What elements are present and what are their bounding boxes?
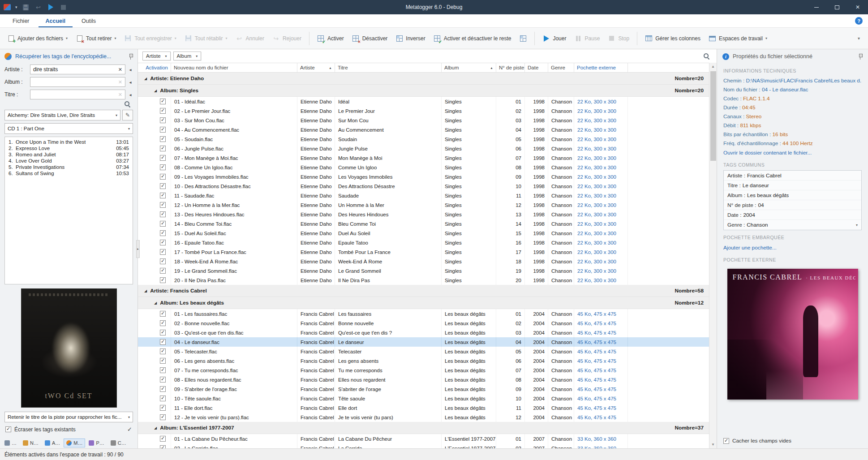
splitter-handle[interactable]: ▸	[136, 240, 140, 258]
row-checkbox[interactable]	[160, 193, 166, 198]
tag-row[interactable]: Date :2004	[724, 210, 861, 220]
cover-link-cell[interactable]: 45 Ko, 475 x 475	[574, 347, 628, 356]
activate-button[interactable]: Activer	[314, 31, 348, 45]
expander-icon[interactable]: ◢	[154, 301, 157, 305]
table-row[interactable]: 03 - Qu'est-ce que t'en dis.flacFrancis …	[138, 328, 709, 337]
table-row[interactable]: 10 - Tête saoule.flacFrancis CabrelTête …	[138, 394, 709, 403]
copy-left-icon[interactable]: ◂	[128, 80, 133, 85]
table-row[interactable]: 04 - Au Commencement.flacEtienne DahoAu …	[138, 125, 709, 134]
artist-group-row[interactable]: ◢Artiste: Francis CabrelNombre=58	[138, 285, 709, 297]
row-checkbox[interactable]	[160, 405, 166, 411]
cover-link-cell[interactable]: 45 Ko, 475 x 475	[574, 309, 628, 318]
table-row[interactable]: 01 - Idéal.flacEtienne DahoIdéalSingles0…	[138, 97, 709, 106]
panel-tab[interactable]: A…	[42, 439, 63, 447]
cover-link-cell[interactable]: 22 Ko, 300 x 300	[574, 106, 628, 116]
group-filter-chip[interactable]: Album▾	[173, 52, 202, 60]
tag-row[interactable]: Artiste :Francis Cabrel	[724, 171, 861, 181]
cover-link-cell[interactable]: 22 Ko, 300 x 300	[574, 144, 628, 153]
row-checkbox[interactable]	[160, 358, 166, 364]
row-checkbox[interactable]	[160, 99, 166, 104]
column-header[interactable]: Titre	[335, 63, 442, 72]
table-row[interactable]: 05 - Soudain.flacEtienne DahoSoudainSing…	[138, 134, 709, 144]
tab-accueil[interactable]: Accueil	[39, 14, 73, 27]
qat-play-icon[interactable]	[47, 3, 55, 11]
hide-empty-checkbox[interactable]	[723, 438, 729, 444]
row-checkbox[interactable]	[160, 339, 166, 345]
table-row[interactable]: 13 - Des Heures Hindoues.flacEtienne Dah…	[138, 210, 709, 219]
column-header[interactable]: Nouveau nom du fichier	[171, 63, 297, 72]
cover-link-cell[interactable]: 33 Ko, 360 x 360	[574, 434, 628, 443]
row-checkbox[interactable]	[160, 414, 166, 420]
table-row[interactable]: 02 - La Corrida.flacFrancis CabrelLa Cor…	[138, 443, 709, 448]
maximize-button[interactable]	[827, 0, 847, 14]
table-row[interactable]: 09 - Les Voyages Immobiles.flacEtienne D…	[138, 172, 709, 181]
album-group-row[interactable]: ◢Album: Les beaux dégâtsNombre=12	[138, 297, 709, 309]
expander-icon[interactable]: ◢	[144, 77, 147, 81]
search-icon[interactable]	[704, 53, 709, 59]
remove-all-button[interactable]: Tout retirer ▾	[72, 31, 120, 45]
table-row[interactable]: 01 - La Cabane Du Pêcheur.flacFrancis Ca…	[138, 434, 709, 443]
row-checkbox[interactable]	[160, 320, 166, 326]
match-option-dropdown[interactable]: Retenir le titre de la piste pour rappro…	[4, 412, 133, 422]
scroll-up-icon[interactable]: ▲	[709, 63, 717, 70]
panel-tab[interactable]: C…	[108, 439, 129, 447]
overwrite-tags-checkbox[interactable]	[5, 426, 11, 432]
row-checkbox[interactable]	[160, 108, 166, 114]
chevron-down-icon[interactable]: ▾	[856, 223, 858, 227]
table-row[interactable]: 18 - Week-End À Rome.flacEtienne DahoWee…	[138, 257, 709, 266]
disc-dropdown[interactable]: CD 1 : Part One ▾	[4, 123, 133, 134]
help-button[interactable]: ?	[855, 17, 863, 25]
row-checkbox[interactable]	[160, 268, 166, 274]
row-checkbox[interactable]	[160, 230, 166, 236]
column-header[interactable]: Album▲	[442, 63, 496, 72]
cover-link-cell[interactable]: 45 Ko, 475 x 475	[574, 403, 628, 413]
artist-group-row[interactable]: ◢Artiste: Etienne DahoNombre=20	[138, 73, 709, 85]
cover-link-cell[interactable]: 45 Ko, 475 x 475	[574, 318, 628, 328]
row-checkbox[interactable]	[160, 311, 166, 317]
cover-link-cell[interactable]: 22 Ko, 300 x 300	[574, 238, 628, 247]
manage-columns-button[interactable]: Gérer les colonnes	[641, 31, 704, 45]
table-row[interactable]: 20 - Il Ne Dira Pas.flacEtienne DahoIl N…	[138, 275, 709, 285]
expander-icon[interactable]: ◢	[154, 426, 157, 430]
row-checkbox[interactable]	[160, 221, 166, 227]
table-row[interactable]: 08 - Elles nous regardent.flacFrancis Ca…	[138, 375, 709, 384]
scrollbar-thumb[interactable]	[710, 71, 716, 161]
cover-link-cell[interactable]: 45 Ko, 475 x 475	[574, 337, 628, 347]
cover-link-cell[interactable]: 22 Ko, 300 x 300	[574, 266, 628, 275]
cover-link-cell[interactable]: 22 Ko, 300 x 300	[574, 97, 628, 106]
table-row[interactable]: 08 - Comme Un Igloo.flacEtienne DahoComm…	[138, 163, 709, 172]
play-button[interactable]: Jouer	[539, 31, 570, 45]
table-row[interactable]: 12 - Je te vois venir (tu pars).flacFran…	[138, 413, 709, 422]
cover-link-cell[interactable]: 45 Ko, 475 x 475	[574, 375, 628, 384]
track-item[interactable]: 3.Romeo and Juliet08:17	[5, 151, 133, 158]
row-checkbox[interactable]	[160, 396, 166, 401]
external-cover-art[interactable]: FRANCIS CABREL · LES BEAUX DÉGÂTS	[727, 269, 858, 400]
row-checkbox[interactable]	[160, 127, 166, 133]
table-row[interactable]: 06 - Jungle Pulse.flacEtienne DahoJungle…	[138, 144, 709, 153]
cover-link-cell[interactable]: 22 Ko, 300 x 300	[574, 181, 628, 191]
release-dropdown[interactable]: Alchemy: Dire Straits Live, Dire Straits…	[4, 110, 120, 120]
cover-link-cell[interactable]: 22 Ko, 300 x 300	[574, 275, 628, 285]
table-row[interactable]: 09 - S'abriter de l'orage.flacFrancis Ca…	[138, 384, 709, 394]
row-checkbox[interactable]	[160, 277, 166, 283]
panel-tab[interactable]: N…	[20, 439, 41, 447]
activate-rest-button[interactable]: Activer et désactiver le reste	[430, 31, 515, 45]
workspaces-button[interactable]: Espaces de travail ▾	[705, 31, 771, 45]
cover-link-cell[interactable]: 22 Ko, 300 x 300	[574, 200, 628, 210]
panel-tab[interactable]: …	[2, 439, 19, 447]
row-checkbox[interactable]	[160, 348, 166, 354]
track-list[interactable]: 1.Once Upon a Time in the West13:012.Exp…	[4, 137, 133, 284]
table-row[interactable]: 14 - Bleu Comme Toi.flacEtienne DahoBleu…	[138, 219, 709, 228]
copy-left-icon[interactable]: ◂	[128, 67, 133, 72]
cover-link-cell[interactable]: 22 Ko, 300 x 300	[574, 191, 628, 200]
pin-icon[interactable]	[129, 54, 133, 60]
clear-icon[interactable]: ✕	[118, 67, 122, 73]
expander-icon[interactable]: ◢	[154, 89, 157, 93]
clear-icon[interactable]: ✕	[118, 92, 122, 98]
cover-link-cell[interactable]: 45 Ko, 475 x 475	[574, 328, 628, 337]
row-checkbox[interactable]	[160, 211, 166, 217]
row-checkbox[interactable]	[160, 117, 166, 123]
cover-link-cell[interactable]: 22 Ko, 300 x 300	[574, 125, 628, 134]
table-row[interactable]: 19 - Le Grand Sommeil.flacEtienne DahoLe…	[138, 266, 709, 275]
album-group-row[interactable]: ◢Album: L'Essentiel 1977-2007Nombre=37	[138, 422, 709, 434]
